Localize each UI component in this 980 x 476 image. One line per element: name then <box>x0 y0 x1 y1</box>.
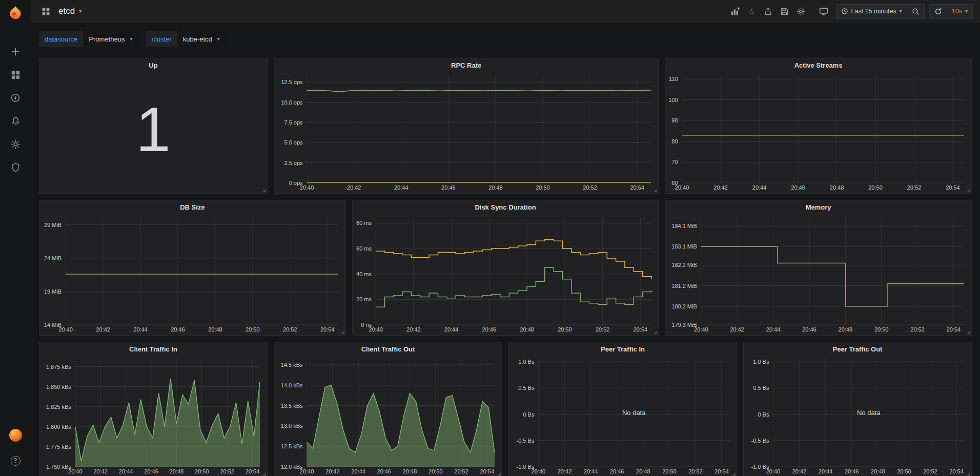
panel-resize-handle[interactable] <box>341 330 344 334</box>
caret-down-icon: ▾ <box>79 9 81 14</box>
panel-resize-handle[interactable] <box>967 472 970 476</box>
svg-text:20:54: 20:54 <box>633 326 647 333</box>
svg-text:20:40: 20:40 <box>675 184 689 191</box>
panel-title-peer-traffic-in[interactable]: Peer Traffic In <box>509 342 737 356</box>
plus-icon <box>10 47 21 57</box>
svg-text:20:48: 20:48 <box>488 184 503 191</box>
dashboard-picker-button[interactable] <box>38 4 53 19</box>
clock-icon <box>841 8 848 15</box>
svg-text:20:46: 20:46 <box>144 468 158 474</box>
chart-disk-sync-duration[interactable]: 0 ns20 ms40 ms60 ms80 ms20:4020:4220:442… <box>353 214 659 335</box>
svg-text:20:44: 20:44 <box>133 326 148 333</box>
dashboard-title-dropdown[interactable]: etcd ▾ <box>58 6 81 16</box>
sidebar-item-configuration[interactable] <box>5 135 26 153</box>
svg-text:1.775 kBs: 1.775 kBs <box>46 444 71 450</box>
panel-resize-handle[interactable] <box>732 472 736 476</box>
svg-text:20:50: 20:50 <box>195 468 209 474</box>
share-dashboard-button[interactable] <box>761 4 776 19</box>
svg-text:20:42: 20:42 <box>714 184 728 191</box>
panel-resize-handle[interactable] <box>497 472 501 476</box>
refresh-interval-picker[interactable]: 10s ▾ <box>947 5 972 18</box>
panel-title-client-traffic-in[interactable]: Client Traffic In <box>39 342 267 356</box>
svg-text:20:42: 20:42 <box>406 326 421 333</box>
panel-title-db-size[interactable]: DB Size <box>39 200 345 214</box>
panel-title-disk-sync-duration[interactable]: Disk Sync Duration <box>353 200 659 214</box>
panel-resize-handle[interactable] <box>654 189 657 192</box>
sidebar-item-help[interactable]: ? <box>5 451 26 470</box>
caret-down-icon: ▾ <box>900 9 902 14</box>
navbar-left: etcd ▾ <box>38 4 81 19</box>
svg-text:1.850 kBs: 1.850 kBs <box>46 384 71 390</box>
svg-text:20:52: 20:52 <box>583 184 597 191</box>
svg-text:80 ms: 80 ms <box>356 220 372 226</box>
dashboard-settings-button[interactable] <box>793 4 809 19</box>
save-dashboard-button[interactable] <box>777 4 792 19</box>
grafana-logo[interactable] <box>6 4 25 22</box>
svg-text:0.5 Bs: 0.5 Bs <box>518 385 535 391</box>
grid-icon <box>42 7 50 16</box>
star-dashboard-button[interactable]: ☆ <box>744 4 760 19</box>
svg-text:20:44: 20:44 <box>584 468 598 474</box>
cycle-view-mode-button[interactable] <box>816 4 831 19</box>
variable-datasource-value: Prometheus <box>89 35 125 43</box>
add-panel-button[interactable] <box>727 4 743 19</box>
variable-cluster-value-dropdown[interactable]: kube-etcd ▾ <box>177 31 226 47</box>
caret-down-icon: ▾ <box>217 36 220 42</box>
svg-text:12.5 ops: 12.5 ops <box>281 79 303 85</box>
sidebar-nav <box>5 43 26 176</box>
panel-title-rpc-rate[interactable]: RPC Rate <box>274 58 658 72</box>
sidebar-item-create[interactable] <box>5 43 26 61</box>
dashboards-icon <box>11 70 21 80</box>
variable-datasource-value-dropdown[interactable]: Prometheus ▾ <box>83 31 138 47</box>
sidebar-item-explore[interactable] <box>5 89 26 107</box>
panel-peer-traffic-out: Peer Traffic Out -1.0 Bs-0.5 Bs0 Bs0.5 B… <box>743 342 972 476</box>
chart-db-size[interactable]: 14 MiB19 MiB24 MiB29 MiB20:4020:4220:442… <box>39 214 345 335</box>
chart-client-traffic-out[interactable]: 12.0 kBs12.5 kBs13.0 kBs13.5 kBs14.0 kBs… <box>274 356 502 476</box>
chart-peer-traffic-out[interactable]: -1.0 Bs-0.5 Bs0 Bs0.5 Bs1.0 Bs20:4020:42… <box>744 356 971 476</box>
sidebar-item-server-admin[interactable] <box>5 158 26 176</box>
panel-resize-handle[interactable] <box>967 189 970 192</box>
stat-value-up: 1 <box>39 66 267 193</box>
svg-text:20 ms: 20 ms <box>356 296 372 302</box>
svg-text:20:46: 20:46 <box>791 184 806 191</box>
panel-resize-handle[interactable] <box>262 189 266 192</box>
chart-client-traffic-in[interactable]: 1.750 kBs1.775 kBs1.800 kBs1.825 kBs1.85… <box>39 356 267 476</box>
svg-text:7.5 ops: 7.5 ops <box>284 119 303 126</box>
svg-text:5.0 ops: 5.0 ops <box>284 139 303 146</box>
app-root: ? etcd ▾ <box>0 0 980 476</box>
sidebar-item-alerting[interactable] <box>5 112 26 130</box>
svg-text:182.2 MiB: 182.2 MiB <box>672 262 698 268</box>
variable-datasource[interactable]: datasource Prometheus ▾ <box>39 31 138 47</box>
monitor-icon <box>819 7 828 16</box>
variable-cluster[interactable]: cluster kube-etcd ▾ <box>146 31 225 47</box>
sidebar-item-profile[interactable] <box>5 426 26 444</box>
svg-text:20:44: 20:44 <box>351 468 365 474</box>
panel-title-active-streams[interactable]: Active Streams <box>665 58 971 72</box>
variable-cluster-value: kube-etcd <box>183 35 212 43</box>
panel-title-memory[interactable]: Memory <box>665 200 971 214</box>
svg-text:10.0 ops: 10.0 ops <box>281 99 303 106</box>
panel-resize-handle[interactable] <box>967 330 970 334</box>
chart-active-streams[interactable]: 6070809010011020:4020:4220:4420:4620:482… <box>665 72 971 193</box>
svg-text:14.5 kBs: 14.5 kBs <box>281 362 303 368</box>
zoom-out-button[interactable] <box>907 5 924 18</box>
svg-text:14.0 kBs: 14.0 kBs <box>281 382 303 388</box>
panel-title-peer-traffic-out[interactable]: Peer Traffic Out <box>744 342 971 356</box>
chart-rpc-rate[interactable]: 0 ops2.5 ops5.0 ops7.5 ops10.0 ops12.5 o… <box>274 72 658 193</box>
panel-resize-handle[interactable] <box>654 330 657 334</box>
svg-text:180.2 MiB: 180.2 MiB <box>672 303 698 309</box>
chart-peer-traffic-in[interactable]: -1.0 Bs-0.5 Bs0 Bs0.5 Bs1.0 Bs20:4020:42… <box>509 356 737 476</box>
panel-resize-handle[interactable] <box>262 472 266 476</box>
time-range-picker[interactable]: Last 15 minutes ▾ <box>836 5 907 18</box>
sidebar-item-dashboards[interactable] <box>5 66 26 84</box>
refresh-button[interactable] <box>930 5 947 18</box>
svg-text:20:54: 20:54 <box>714 468 729 474</box>
svg-text:184.1 MiB: 184.1 MiB <box>672 223 698 229</box>
svg-text:1.0 Bs: 1.0 Bs <box>518 359 535 365</box>
svg-text:20:48: 20:48 <box>839 326 853 333</box>
svg-text:20:52: 20:52 <box>923 468 937 474</box>
svg-text:20:52: 20:52 <box>688 468 703 474</box>
panel-client-traffic-out: Client Traffic Out 12.0 kBs12.5 kBs13.0 … <box>274 342 502 476</box>
panel-title-client-traffic-out[interactable]: Client Traffic Out <box>274 342 502 356</box>
chart-memory[interactable]: 179.3 MiB180.2 MiB181.2 MiB182.2 MiB183.… <box>665 214 971 335</box>
